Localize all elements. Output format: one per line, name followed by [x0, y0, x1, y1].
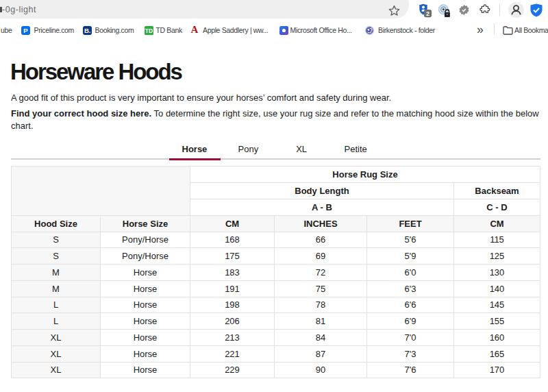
svg-text:2: 2: [425, 10, 429, 17]
svg-text:TD: TD: [145, 27, 152, 34]
svg-text:B.: B.: [84, 27, 91, 34]
svg-text:P: P: [23, 27, 28, 34]
